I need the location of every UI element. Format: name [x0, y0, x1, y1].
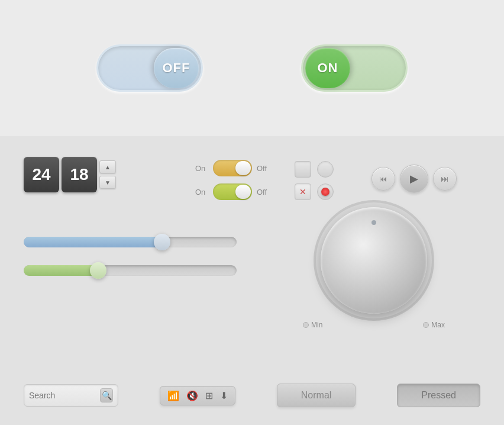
mute-icon-button[interactable]: 🔇 [186, 390, 198, 401]
knob-labels: Min Max [303, 321, 445, 329]
toggle-off-knob: OFF [154, 48, 199, 88]
radio-1[interactable] [317, 161, 334, 178]
arrow-down-button[interactable]: ▼ [99, 176, 116, 189]
search-box: 🔍 [24, 384, 118, 407]
toggle1-on-label: On [195, 164, 208, 173]
pressed-button[interactable]: Pressed [397, 384, 480, 407]
small-toggles-area: On Off On Off [195, 160, 270, 207]
bottom-section: 24 18 ▲ ▼ On Off On Off ✕ ⏮ [0, 136, 504, 425]
knob-min-label: Min [303, 321, 322, 329]
checkboxes-area: ✕ [295, 161, 334, 200]
knob-dot [371, 220, 376, 225]
search-button[interactable]: 🔍 [100, 388, 113, 403]
rewind-button[interactable]: ⏮ [371, 167, 395, 191]
knob-min-radio [303, 322, 309, 328]
knob-max-label: Max [423, 321, 445, 329]
media-controls: ⏮ ▶ ⏭ [371, 165, 457, 193]
rotary-knob[interactable] [321, 207, 427, 314]
slider-blue-fill [24, 237, 162, 247]
knob-max-radio [423, 322, 429, 328]
top-section: OFF ON [0, 0, 504, 136]
toggle-on-switch[interactable]: ON [301, 44, 408, 92]
play-button[interactable]: ▶ [400, 165, 428, 193]
small-toggle-row-1: On Off [195, 160, 270, 176]
arrow-up-button[interactable]: ▲ [99, 160, 116, 173]
toggle-off-switch[interactable]: OFF [96, 44, 203, 92]
minutes-block: 18 [62, 157, 97, 192]
icon-bar: 📶 🔇 ⊞ ⬇ [160, 386, 235, 405]
small-knob-green [235, 185, 251, 199]
slider-green-fill [24, 265, 98, 276]
small-knob-orange [235, 161, 251, 175]
toggle1-off-label: Off [257, 164, 270, 173]
wifi-icon-button[interactable]: 📶 [167, 390, 179, 401]
download-icon-button[interactable]: ⬇ [220, 390, 228, 401]
small-toggle-green[interactable] [213, 183, 252, 200]
time-arrows: ▲ ▼ [99, 160, 116, 189]
knob-container: Min Max [303, 207, 445, 329]
small-toggle-orange[interactable] [213, 160, 252, 176]
small-toggle-row-2: On Off [195, 183, 270, 200]
radio-red[interactable] [317, 183, 334, 200]
bottom-controls: 🔍 📶 🔇 ⊞ ⬇ Normal Pressed [0, 384, 504, 407]
hours-block: 24 [24, 157, 59, 192]
slider-blue-track[interactable] [24, 237, 237, 247]
grid-icon-button[interactable]: ⊞ [205, 390, 213, 401]
sliders-area [24, 237, 237, 294]
toggle2-off-label: Off [257, 188, 270, 197]
toggle-on-knob: ON [305, 48, 350, 88]
checkbox-1[interactable] [295, 161, 311, 178]
slider-green-track[interactable] [24, 265, 237, 276]
toggle2-on-label: On [195, 188, 208, 197]
normal-button[interactable]: Normal [277, 384, 356, 407]
search-input[interactable] [29, 391, 100, 400]
checkbox-x[interactable]: ✕ [295, 183, 311, 200]
fast-forward-button[interactable]: ⏭ [433, 167, 457, 191]
time-display: 24 18 ▲ ▼ [24, 157, 116, 192]
